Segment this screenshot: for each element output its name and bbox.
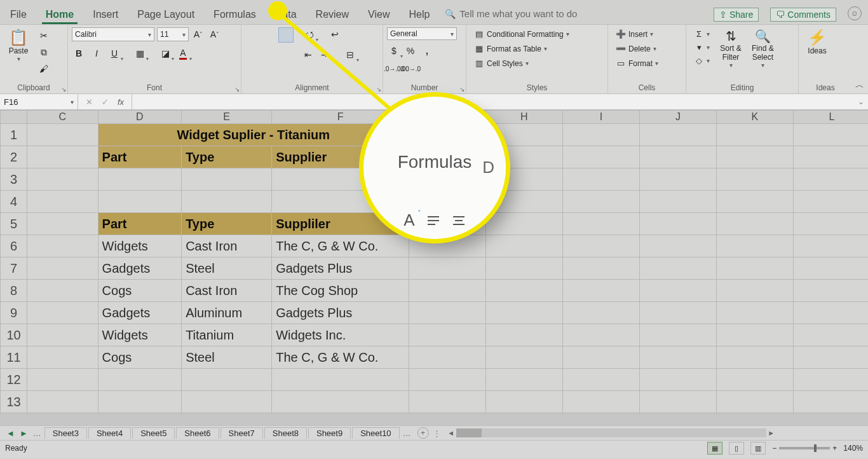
cell[interactable] bbox=[182, 191, 272, 213]
cell[interactable] bbox=[409, 213, 485, 235]
cell[interactable] bbox=[485, 369, 562, 391]
cell[interactable] bbox=[562, 213, 639, 235]
align-middle-button[interactable] bbox=[262, 27, 276, 41]
col-header[interactable]: L bbox=[793, 111, 868, 124]
cell[interactable] bbox=[562, 191, 639, 213]
cell[interactable] bbox=[716, 280, 793, 302]
decrease-decimal-button[interactable]: .00→.0 bbox=[403, 62, 417, 76]
zoom-out-icon[interactable]: − bbox=[772, 444, 776, 453]
cell[interactable]: Cast Iron bbox=[182, 235, 272, 257]
row-header[interactable]: 1 bbox=[1, 124, 27, 146]
cell[interactable]: Steel bbox=[182, 257, 272, 280]
cell[interactable] bbox=[793, 280, 868, 302]
cell[interactable] bbox=[27, 213, 98, 235]
cell[interactable]: Aluminum bbox=[182, 302, 272, 324]
sheet-tab[interactable]: Sheet8 bbox=[264, 427, 307, 439]
cell[interactable] bbox=[639, 302, 716, 324]
format-painter-button[interactable]: 🖌 bbox=[37, 62, 51, 76]
paste-button[interactable]: 📋 Paste ▾ bbox=[4, 27, 33, 65]
cell[interactable]: Cast Iron bbox=[182, 280, 272, 302]
row-header[interactable]: 3 bbox=[1, 168, 27, 191]
align-left-button[interactable] bbox=[245, 48, 259, 62]
page-break-view-button[interactable]: ▥ bbox=[750, 442, 766, 455]
cell[interactable] bbox=[793, 324, 868, 346]
tab-review[interactable]: Review bbox=[312, 9, 353, 24]
cell[interactable] bbox=[793, 146, 868, 168]
fill-color-button[interactable]: ◪▾ bbox=[158, 46, 172, 60]
select-all-corner[interactable] bbox=[1, 111, 27, 124]
italic-button[interactable]: I bbox=[90, 46, 104, 60]
cell[interactable] bbox=[562, 324, 639, 346]
cell[interactable] bbox=[793, 302, 868, 324]
cell[interactable] bbox=[485, 168, 562, 191]
merge-center-button[interactable]: ⊟▾ bbox=[343, 48, 357, 62]
copy-button[interactable]: ⧉ bbox=[37, 45, 51, 59]
cell[interactable]: Suppliler bbox=[272, 213, 409, 235]
sheet-tab[interactable]: Sheet7 bbox=[220, 427, 263, 439]
cell[interactable]: Type bbox=[182, 146, 272, 168]
cell[interactable] bbox=[485, 257, 562, 280]
col-header[interactable]: H bbox=[485, 111, 562, 124]
horizontal-scrollbar[interactable]: ◄ ► bbox=[446, 428, 776, 437]
cell[interactable] bbox=[793, 369, 868, 391]
sheet-nav-more-icon[interactable]: … bbox=[400, 428, 414, 438]
spreadsheet-grid[interactable]: C D E F G H I J K L 1 Widget Suplier - T… bbox=[0, 110, 868, 425]
col-header[interactable]: I bbox=[562, 111, 639, 124]
cell[interactable] bbox=[27, 391, 98, 413]
cell[interactable] bbox=[562, 124, 639, 146]
percent-format-button[interactable]: % bbox=[403, 44, 417, 58]
cell[interactable] bbox=[485, 213, 562, 235]
cell[interactable] bbox=[793, 124, 868, 146]
col-header[interactable]: D bbox=[98, 111, 182, 124]
cell[interactable]: Cogs bbox=[98, 346, 182, 369]
cell[interactable] bbox=[409, 391, 485, 413]
cell[interactable] bbox=[562, 280, 639, 302]
sheet-tab[interactable]: Sheet4 bbox=[88, 427, 131, 439]
wrap-text-button[interactable]: ↩ bbox=[328, 27, 342, 41]
cell[interactable] bbox=[716, 302, 793, 324]
cell[interactable] bbox=[716, 124, 793, 146]
sheet-tab[interactable]: Sheet6 bbox=[176, 427, 219, 439]
tab-view[interactable]: View bbox=[364, 9, 393, 24]
expand-formula-bar-icon[interactable]: ⌄ bbox=[858, 97, 864, 106]
cell[interactable] bbox=[409, 302, 485, 324]
align-center-button[interactable] bbox=[262, 48, 276, 62]
cell[interactable]: The C, G & W Co. bbox=[272, 346, 409, 369]
cell[interactable] bbox=[639, 257, 716, 280]
tab-data[interactable]: Data bbox=[271, 9, 301, 24]
fx-icon[interactable]: fx bbox=[118, 97, 124, 107]
cell[interactable] bbox=[27, 346, 98, 369]
cell[interactable] bbox=[716, 191, 793, 213]
cell[interactable] bbox=[562, 391, 639, 413]
cell[interactable] bbox=[716, 346, 793, 369]
row-header[interactable]: 12 bbox=[1, 369, 27, 391]
fill-button[interactable]: ▾▾ bbox=[691, 42, 712, 53]
tab-help[interactable]: Help bbox=[405, 9, 433, 24]
cell[interactable] bbox=[409, 346, 485, 369]
cell[interactable] bbox=[639, 213, 716, 235]
cell[interactable]: Gadgets bbox=[98, 302, 182, 324]
cell[interactable] bbox=[639, 191, 716, 213]
cell[interactable]: Widgets Inc. bbox=[272, 324, 409, 346]
cell[interactable] bbox=[562, 257, 639, 280]
name-box[interactable]: F16 ▾ bbox=[0, 94, 78, 109]
zoom-slider[interactable]: − + bbox=[772, 444, 837, 453]
cell[interactable] bbox=[409, 369, 485, 391]
cell[interactable] bbox=[639, 280, 716, 302]
cell[interactable] bbox=[716, 213, 793, 235]
number-launcher-icon[interactable]: ↘ bbox=[459, 86, 465, 93]
cell[interactable] bbox=[716, 168, 793, 191]
cell[interactable] bbox=[409, 191, 485, 213]
formula-input[interactable]: ⌄ bbox=[132, 94, 868, 109]
cell[interactable] bbox=[485, 302, 562, 324]
cell[interactable] bbox=[716, 369, 793, 391]
cut-button[interactable]: ✂ bbox=[37, 29, 51, 43]
cell[interactable] bbox=[182, 369, 272, 391]
align-top-button[interactable] bbox=[245, 27, 259, 41]
cell[interactable] bbox=[272, 168, 409, 191]
cell[interactable] bbox=[272, 369, 409, 391]
cell[interactable] bbox=[716, 324, 793, 346]
row-header[interactable]: 4 bbox=[1, 191, 27, 213]
cell[interactable]: Type bbox=[182, 213, 272, 235]
underline-button[interactable]: U▾ bbox=[107, 46, 121, 60]
